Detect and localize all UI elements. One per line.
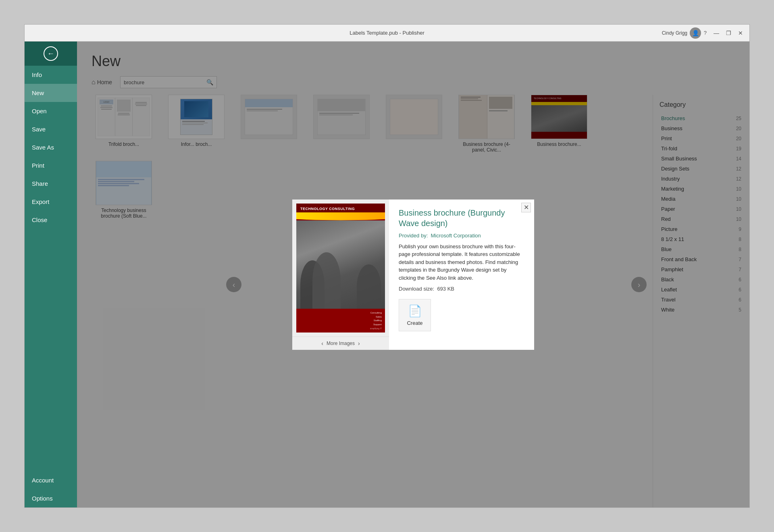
create-file-icon: 📄: [408, 304, 422, 318]
next-image-button[interactable]: ›: [358, 340, 360, 347]
modal-dialog: ✕ TECHNOLOGY CONSULTING: [292, 200, 534, 350]
sidebar-item-options[interactable]: Options: [25, 489, 77, 507]
modal-provider: Provided by: Microsoft Corporation: [399, 233, 524, 239]
more-images-bar: ‹ More Images ›: [292, 337, 389, 350]
sidebar-item-save-as[interactable]: Save As: [25, 138, 77, 156]
create-button[interactable]: 📄 Create: [399, 299, 431, 331]
brochure-photo: [296, 220, 385, 309]
modal-description: Publish your own business brochure with …: [399, 243, 524, 282]
back-circle-icon: ←: [44, 46, 58, 61]
modal-close-button[interactable]: ✕: [521, 203, 531, 212]
modal-download-size: Download size: 693 KB: [399, 286, 524, 292]
sidebar: ← Info New Open Save Save As: [25, 42, 77, 507]
modal-provider-name: Microsoft Corporation: [431, 233, 481, 239]
modal-overlay: ✕ TECHNOLOGY CONSULTING: [77, 42, 749, 507]
sidebar-item-account[interactable]: Account: [25, 471, 77, 489]
brochure-bottom: Consulting Sales Staffing Support simpli…: [296, 309, 385, 332]
brochure-preview-image: TECHNOLOGY CONSULTING: [296, 204, 385, 332]
modal-body: TECHNOLOGY CONSULTING: [292, 200, 534, 350]
brochure-footer: simplifying IT: [300, 327, 382, 330]
sidebar-item-print[interactable]: Print: [25, 156, 77, 175]
avatar: 👤: [690, 27, 701, 39]
minimize-button[interactable]: —: [711, 27, 722, 39]
close-window-button[interactable]: ✕: [735, 27, 746, 39]
sidebar-item-open[interactable]: Open: [25, 102, 77, 120]
modal-info: Business brochure (Burgundy Wave design)…: [389, 200, 534, 350]
sidebar-item-new[interactable]: New: [25, 84, 77, 102]
prev-image-button[interactable]: ‹: [321, 340, 323, 347]
help-icon[interactable]: ?: [701, 30, 710, 36]
brochure-people-image: [296, 220, 385, 309]
sidebar-item-info[interactable]: Info: [25, 66, 77, 84]
more-images-label: More Images: [327, 341, 355, 346]
sidebar-nav: Info New Open Save Save As Print: [25, 66, 77, 507]
modal-title: Business brochure (Burgundy Wave design): [399, 208, 524, 229]
main-content: New ⌂ Home 🔍: [77, 42, 749, 507]
sidebar-item-share[interactable]: Share: [25, 175, 77, 193]
sidebar-item-save[interactable]: Save: [25, 120, 77, 138]
create-label: Create: [407, 320, 422, 326]
title-bar: Labels Template.pub - Publisher Cindy Gr…: [25, 25, 749, 42]
brochure-wave: [296, 212, 385, 220]
user-area: Cindy Grigg 👤: [662, 27, 701, 39]
brochure-preview: TECHNOLOGY CONSULTING: [296, 204, 385, 332]
window-title: Labels Template.pub - Publisher: [350, 30, 424, 36]
app-content: ← Info New Open Save Save As: [25, 42, 749, 507]
sidebar-item-close[interactable]: Close: [25, 211, 77, 229]
modal-preview: TECHNOLOGY CONSULTING: [292, 200, 389, 350]
restore-button[interactable]: ❐: [723, 27, 734, 39]
back-button[interactable]: ←: [25, 42, 77, 66]
sidebar-item-export[interactable]: Export: [25, 193, 77, 211]
window-controls: ? — ❐ ✕: [701, 25, 749, 41]
app-window: Labels Template.pub - Publisher Cindy Gr…: [24, 24, 750, 508]
user-name: Cindy Grigg: [662, 30, 687, 36]
